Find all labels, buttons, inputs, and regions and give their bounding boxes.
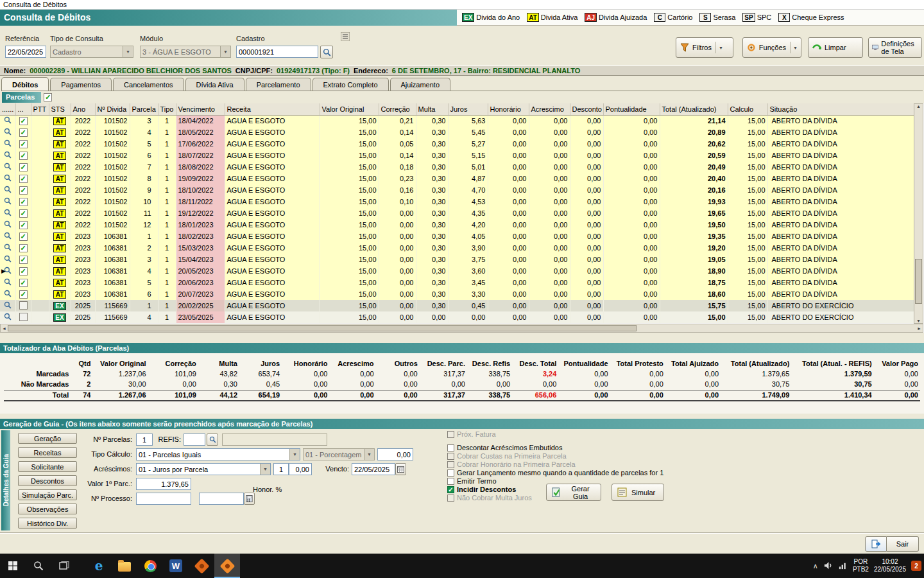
grid-column-header[interactable]: ...: [15, 103, 31, 115]
grid-column-header[interactable]: Situação: [767, 103, 916, 115]
file-explorer-icon[interactable]: [112, 554, 137, 578]
table-row[interactable]: ✓AT202210150212118/01/2023AGUA E ESGOTO1…: [0, 219, 916, 231]
grid-column-header[interactable]: Nº Divida: [95, 103, 130, 115]
row-checkbox[interactable]: ✓: [19, 279, 28, 287]
guia-sidebar-descontos[interactable]: Descontos: [18, 475, 77, 486]
row-checkbox[interactable]: ✓: [19, 232, 28, 241]
table-row[interactable]: ✓AT202210150211119/12/2022AGUA E ESGOTO1…: [0, 207, 916, 219]
scroll-thumb[interactable]: [8, 325, 637, 331]
table-row[interactable]: ✓AT20221015027118/08/2022AGUA E ESGOTO15…: [0, 161, 916, 173]
vencto-input[interactable]: [352, 463, 395, 475]
edge-icon[interactable]: e: [86, 554, 112, 578]
sair-button[interactable]: Sair: [887, 536, 919, 552]
n-processo-input[interactable]: [136, 493, 191, 505]
grid-column-header[interactable]: Parcela: [130, 103, 158, 115]
checkbox-icon[interactable]: [447, 444, 454, 451]
parcelas-checkbox[interactable]: ✓: [44, 93, 52, 101]
modulo-select[interactable]: 3 - ÁGUA E ESGOTO ▼: [140, 46, 231, 58]
word-icon[interactable]: W: [163, 554, 189, 578]
acrescimos-qty-input[interactable]: [273, 463, 289, 475]
tipo-calculo-select[interactable]: 01 - Parcelas Iguais ▼: [136, 448, 300, 460]
table-row[interactable]: ✓AT20231063812115/03/2023AGUA E ESGOTO15…: [0, 242, 916, 254]
row-checkbox[interactable]: [19, 301, 28, 310]
start-button[interactable]: [0, 554, 26, 578]
valor-parc-input[interactable]: [136, 478, 191, 490]
table-row[interactable]: ✓AT20231063815120/06/2023AGUA E ESGOTO15…: [0, 277, 916, 288]
row-checkbox[interactable]: ✓: [19, 152, 28, 160]
simular-button[interactable]: Simular: [612, 484, 664, 501]
guia-sidebar-receitas[interactable]: Receitas: [18, 447, 77, 458]
referencia-input[interactable]: [5, 46, 46, 58]
limpar-button[interactable]: Limpar: [808, 37, 863, 58]
table-row[interactable]: ✓AT20221015024118/05/2022AGUA E ESGOTO15…: [0, 127, 916, 138]
magnifier-icon[interactable]: [4, 256, 12, 264]
guia-sidebar-historico-div[interactable]: Histórico Div.: [18, 518, 77, 529]
vertical-scrollbar[interactable]: ▲▼: [914, 103, 923, 324]
tab-cancelamentos[interactable]: Cancelamentos: [113, 78, 184, 91]
row-checkbox[interactable]: ✓: [19, 117, 28, 125]
row-checkbox[interactable]: ✓: [19, 198, 28, 206]
table-row[interactable]: ✓AT20221015025117/06/2022AGUA E ESGOTO15…: [0, 138, 916, 150]
refis-input[interactable]: [184, 434, 205, 446]
tipo-consulta-select[interactable]: Cadastro ▼: [50, 46, 133, 58]
grid-column-header[interactable]: Correção: [379, 103, 416, 115]
grid-column-header[interactable]: Total (Atualizado): [660, 103, 728, 115]
guia-checkbox-gerar-lancamento-mesmo-quando-a-quantidade-de-parcelas-for-1[interactable]: Gerar Lançamento mesmo quando a quantida…: [447, 469, 663, 477]
grid-column-header[interactable]: Ano: [71, 103, 95, 115]
keyboard-language-indicator[interactable]: POR PTB2: [853, 558, 869, 574]
volume-icon[interactable]: [823, 561, 833, 572]
grid-column-header[interactable]: Honorário: [488, 103, 529, 115]
magnifier-icon[interactable]: [4, 279, 12, 287]
funcoes-button[interactable]: Funções ▼: [742, 37, 801, 58]
magnifier-icon[interactable]: [4, 129, 12, 137]
guia-sidebar-observacoes[interactable]: Observações: [18, 504, 77, 514]
horizontal-scrollbar[interactable]: ◄►: [0, 324, 923, 333]
table-row[interactable]: ✓AT20231063814120/05/2023AGUA E ESGOTO15…: [0, 265, 916, 277]
cadastro-input[interactable]: [236, 46, 318, 58]
grid-column-header[interactable]: Pontualidade: [603, 103, 660, 115]
magnifier-icon[interactable]: [4, 187, 12, 195]
refis-search-button[interactable]: [207, 434, 218, 446]
list-icon[interactable]: [341, 32, 350, 42]
tab-ajuizamento[interactable]: Ajuizamento: [390, 78, 451, 91]
tab-pagamentos[interactable]: Pagamentos: [50, 78, 112, 91]
notification-badge[interactable]: 2: [911, 561, 921, 571]
grid-column-header[interactable]: Desconto: [570, 103, 603, 115]
guia-sidebar-simulacao-parc[interactable]: Simulação Parc.: [18, 489, 77, 500]
magnifier-icon[interactable]: [4, 233, 12, 241]
grid-column-header[interactable]: ......: [0, 103, 15, 115]
magnifier-icon[interactable]: [4, 210, 12, 218]
row-checkbox[interactable]: ✓: [19, 163, 28, 171]
definicoes-tela-button[interactable]: Definições de Tela: [868, 37, 922, 58]
grid-column-header[interactable]: PTT: [31, 103, 49, 115]
task-view-icon[interactable]: [51, 554, 77, 578]
grid-column-header[interactable]: Valor Original: [320, 103, 379, 115]
table-row[interactable]: ✓AT20221015028119/09/2022AGUA E ESGOTO15…: [0, 173, 916, 184]
porcentagem-amount-input[interactable]: [377, 448, 413, 460]
tab-parcelamento[interactable]: Parcelamento: [246, 78, 311, 91]
row-checkbox[interactable]: ✓: [19, 244, 28, 252]
grid-column-header[interactable]: Calculo: [728, 103, 767, 115]
erp-app-icon-active[interactable]: [214, 554, 240, 578]
exit-icon[interactable]: [865, 536, 887, 552]
magnifier-icon[interactable]: [4, 164, 12, 171]
grid-column-header[interactable]: Tipo: [158, 103, 176, 115]
calculator-icon[interactable]: [244, 493, 255, 505]
table-row[interactable]: ✓AT20221015023118/04/2022AGUA E ESGOTO15…: [0, 115, 916, 127]
row-checkbox[interactable]: ✓: [19, 128, 28, 137]
tab-extrato-completo[interactable]: Extrato Completo: [312, 78, 389, 91]
honor-percent-input[interactable]: [199, 493, 244, 505]
grid-column-header[interactable]: STS: [49, 103, 71, 115]
acrescimos-select[interactable]: 01 - Juros por Parcela ▼: [136, 463, 271, 475]
checkbox-icon[interactable]: ✓: [447, 486, 454, 493]
magnifier-icon[interactable]: [4, 198, 12, 206]
magnifier-icon[interactable]: [4, 291, 12, 299]
row-checkbox[interactable]: ✓: [19, 140, 28, 148]
row-checkbox[interactable]: ✓: [19, 267, 28, 276]
network-icon[interactable]: [838, 561, 848, 572]
grid-column-header[interactable]: Acrescimo: [529, 103, 570, 115]
guia-sidebar-solicitante[interactable]: Solicitante: [18, 461, 77, 472]
guia-checkbox-descontar-acrescimos-embutidos[interactable]: Descontar Acréscimos Embutidos: [447, 444, 663, 451]
table-row[interactable]: ✓AT20231063816120/07/2023AGUA E ESGOTO15…: [0, 288, 916, 300]
cadastro-search-button[interactable]: [320, 46, 333, 58]
